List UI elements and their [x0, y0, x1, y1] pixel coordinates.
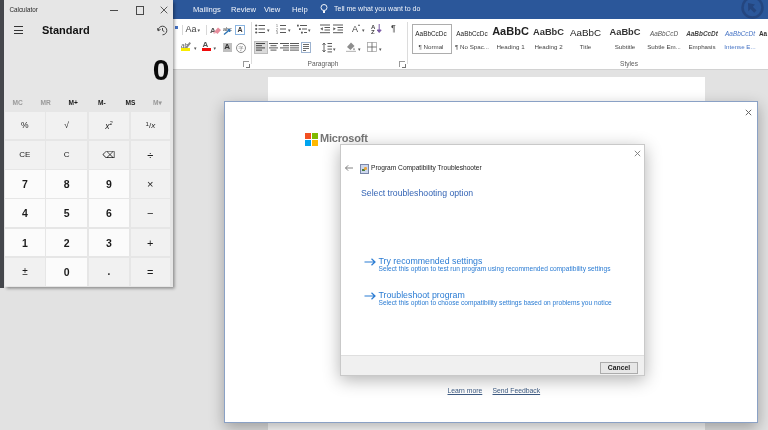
svg-text:A: A [352, 24, 358, 34]
svg-text:3: 3 [276, 31, 278, 34]
svg-text:A: A [210, 26, 216, 35]
svg-text:Z: Z [371, 29, 375, 34]
svg-text:abc: abc [223, 25, 232, 31]
